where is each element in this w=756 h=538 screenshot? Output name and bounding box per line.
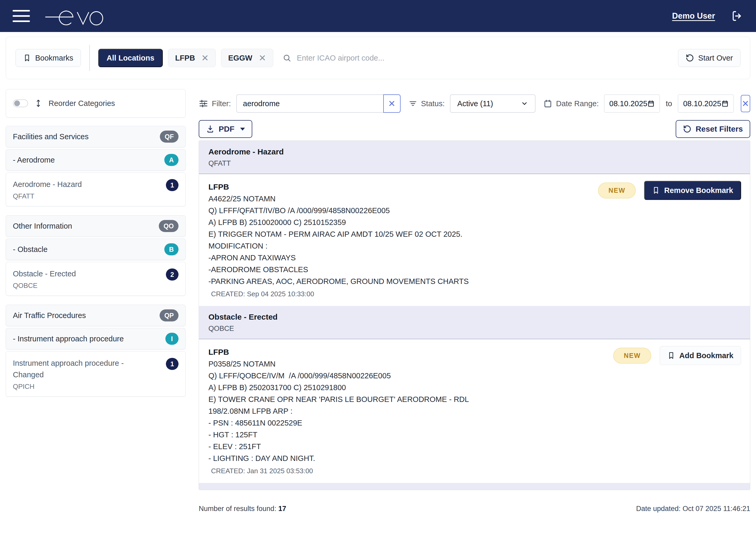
bookmark-icon — [23, 54, 31, 62]
restart-icon — [686, 54, 694, 62]
notam-line: - ELEV : 251FT — [209, 441, 740, 453]
logout-icon[interactable] — [731, 10, 742, 22]
airport-search — [283, 54, 678, 62]
location-chip-lfpb[interactable]: LFPB ✕ — [168, 49, 216, 67]
calendar-picker-icon[interactable] — [647, 100, 655, 107]
sidebar-item-other-information[interactable]: Other Information QO — [6, 215, 186, 237]
notam-line: Q) LFFF/QOBCE/IV/M /A /000/999/4858N0022… — [209, 370, 740, 382]
sidebar-item-aerodrome[interactable]: - Aerodrome A — [6, 149, 186, 171]
notam-card: LFPB A4622/25 NOTAMNQ) LFFF/QFATT/IV/BO … — [199, 174, 750, 306]
evo-logo — [45, 5, 105, 27]
bookmark-icon — [652, 187, 660, 194]
count-badge: 2 — [166, 268, 178, 281]
close-icon[interactable]: ✕ — [259, 53, 266, 62]
subcategory-badge: B — [164, 243, 178, 255]
sidebar-item-obstacle[interactable]: - Obstacle B — [6, 239, 186, 260]
category-badge: QP — [159, 309, 178, 321]
notam-text: P0358/25 NOTAMNQ) LFFF/QOBCE/IV/M /A /00… — [209, 358, 740, 464]
notam-line: - HGT : 125FT — [209, 429, 740, 441]
new-badge: NEW — [598, 183, 636, 198]
clear-filter-button[interactable]: ✕ — [383, 94, 401, 113]
category-group: Facilities and Services QF - Aerodrome A… — [6, 126, 186, 206]
calendar-picker-icon[interactable] — [722, 100, 729, 107]
notam-text: A4622/25 NOTAMNQ) LFFF/QFATT/IV/BO /A /0… — [209, 193, 740, 287]
sliders-icon — [199, 99, 208, 108]
sidebar-item-obstacle-erected[interactable]: Obstacle - Erected QOBCE 2 — [6, 262, 186, 296]
notam-line: - PSN : 485611N 0022529E — [209, 417, 740, 429]
date-from-input[interactable]: 08.10.2025 — [604, 94, 660, 113]
notam-created: CREATED: Jan 31 2025 03:53:00 — [209, 467, 740, 475]
reorder-categories-label: Reorder Categories — [48, 99, 115, 108]
up-down-arrow-icon — [34, 99, 42, 108]
notam-line: MODIFICATION : — [209, 240, 740, 252]
bookmark-icon — [667, 351, 675, 359]
notam-line: -PARKING AREAS, AOC, AERODROME, GROUND M… — [209, 276, 740, 287]
subcategory-badge: A — [164, 154, 178, 166]
status-label: Status: — [421, 99, 445, 108]
notam-line: Q) LFFF/QFATT/IV/BO /A /000/999/4858N002… — [209, 205, 740, 217]
category-badge: QO — [159, 220, 178, 232]
close-icon[interactable]: ✕ — [201, 53, 209, 62]
user-menu-link[interactable]: Demo User — [672, 11, 715, 21]
actions-row: PDF Reset Filters — [199, 120, 750, 138]
notam-line: - LIGHTING : DAY AND NIGHT. — [209, 453, 740, 464]
location-toolbar: Bookmarks All Locations LFPB ✕ EGGW ✕ St… — [6, 37, 750, 79]
search-input[interactable] — [297, 54, 444, 62]
bookmarks-button[interactable]: Bookmarks — [16, 49, 81, 67]
section-header: Obstacle - Erected QOBCE — [199, 306, 750, 339]
sidebar-item-instrument-approach-procedure-changed[interactable]: Instrument approach procedure - Changed … — [6, 351, 186, 397]
date-to-input[interactable]: 08.10.2025 — [678, 94, 734, 113]
reset-icon — [683, 125, 691, 133]
notam-line: E) TRIGGER NOTAM - PERM AIRAC AIP AMDT 1… — [209, 228, 740, 240]
daterange-label: Date Range: — [556, 99, 599, 108]
reset-filters-button[interactable]: Reset Filters — [676, 120, 750, 138]
status-select[interactable]: Active (11) — [450, 94, 536, 113]
category-group: Air Traffic Procedures QP - Instrument a… — [6, 305, 186, 397]
navbar: Demo User — [0, 0, 756, 32]
reorder-categories-panel: Reorder Categories — [6, 89, 186, 118]
to-label: to — [666, 99, 672, 108]
notam-line: A) LFPB B) 2510020000 C) 2510152359 — [209, 217, 740, 228]
search-icon — [283, 54, 291, 62]
notam-line: E) TOWER CRANE OPR NEAR 'PARIS LE BOURGE… — [209, 394, 740, 405]
sidebar-item-facilities-and-services[interactable]: Facilities and Services QF — [6, 126, 186, 147]
section-header: Obstacle - Erected — [199, 483, 750, 490]
reorder-toggle[interactable] — [13, 99, 28, 107]
pdf-download-button[interactable]: PDF — [199, 120, 252, 138]
remove-bookmark-button[interactable]: Remove Bookmark — [644, 181, 741, 200]
sidebar-item-aerodrome-hazard[interactable]: Aerodrome - Hazard QFATT 1 — [6, 173, 186, 206]
notam-line: -AERODROME OBSTACLES — [209, 264, 740, 276]
notam-line: 198/2.08NM LFPB ARP : — [209, 405, 740, 417]
hamburger-menu-icon[interactable] — [13, 10, 30, 22]
filter-lines-icon — [409, 99, 417, 108]
all-locations-button[interactable]: All Locations — [98, 49, 163, 67]
categories-sidebar: Reorder Categories Facilities and Servic… — [6, 89, 186, 405]
new-badge: NEW — [613, 348, 651, 364]
category-badge: QF — [160, 131, 178, 143]
date-updated: Date updated: Oct 07 2025 11:46:21 — [636, 505, 750, 513]
filter-controls: Filter: ✕ Status: Active (11) Date Range… — [199, 94, 750, 113]
count-badge: 1 — [166, 358, 178, 370]
results-footer: Number of results found: 17 Date updated… — [199, 505, 750, 513]
notam-card: LFPB P0358/25 NOTAMNQ) LFFF/QOBCE/IV/M /… — [199, 339, 750, 483]
category-group: Other Information QO - Obstacle B Obstac… — [6, 215, 186, 296]
chevron-down-icon — [521, 100, 528, 107]
clear-daterange-button[interactable]: ✕ — [741, 95, 750, 112]
download-icon — [206, 125, 215, 133]
results-panel: Filter: ✕ Status: Active (11) Date Range… — [199, 89, 750, 513]
sidebar-item-air-traffic-procedures[interactable]: Air Traffic Procedures QP — [6, 305, 186, 326]
section-header: Aerodrome - Hazard QFATT — [199, 141, 750, 174]
notam-created: CREATED: Sep 04 2025 10:33:00 — [209, 290, 740, 298]
filter-label: Filter: — [212, 99, 231, 108]
filter-input[interactable] — [236, 94, 383, 113]
notam-results-list: Aerodrome - Hazard QFATT LFPB A4622/25 N… — [199, 140, 750, 490]
subcategory-badge: I — [165, 333, 178, 345]
notam-line: A) LFPB B) 2502031700 C) 2510291800 — [209, 382, 740, 394]
add-bookmark-button[interactable]: Add Bookmark — [660, 346, 741, 365]
start-over-button[interactable]: Start Over — [678, 49, 740, 67]
location-chip-eggw[interactable]: EGGW ✕ — [221, 49, 273, 67]
calendar-icon — [543, 99, 552, 108]
notam-line: -APRON AND TAXIWAYS — [209, 252, 740, 264]
count-badge: 1 — [166, 179, 178, 191]
sidebar-item-instrument-approach-procedure[interactable]: - Instrument approach procedure I — [6, 328, 186, 350]
